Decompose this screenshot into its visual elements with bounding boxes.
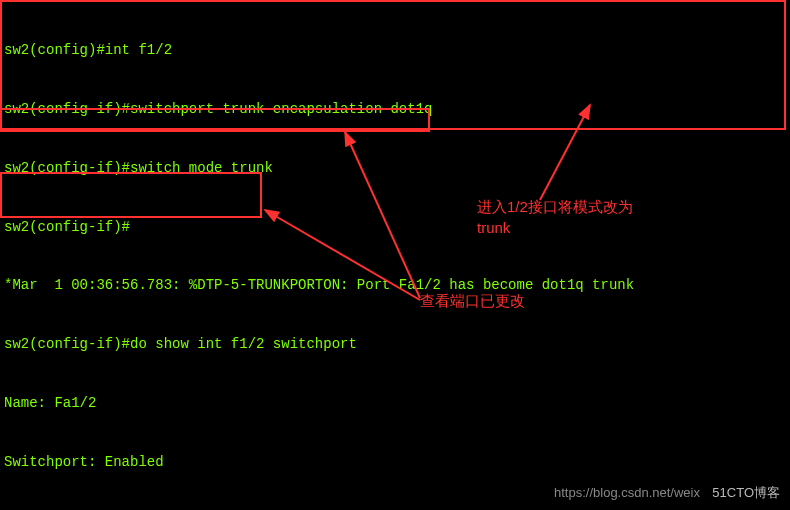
terminal-line: sw2(config-if)# <box>4 218 786 238</box>
terminal-output: sw2(config)#int f1/2 sw2(config-if)#swit… <box>0 0 790 510</box>
terminal-line: Name: Fa1/2 <box>4 394 786 414</box>
terminal-line: Switchport: Enabled <box>4 453 786 473</box>
annotation-enter-interface: 进入1/2接口将模式改为 trunk <box>477 196 633 238</box>
terminal-line: sw2(config-if)#switch mode trunk <box>4 159 786 179</box>
terminal-line: *Mar 1 00:36:56.783: %DTP-5-TRUNKPORTON:… <box>4 276 786 296</box>
watermark-csdn: https://blog.csdn.net/weix <box>554 484 700 502</box>
annotation-check-port: 查看端口已更改 <box>420 290 525 311</box>
terminal-line: sw2(config-if)#switchport trunk encapsul… <box>4 100 786 120</box>
terminal-line: sw2(config)#int f1/2 <box>4 41 786 61</box>
terminal-line: sw2(config-if)#do show int f1/2 switchpo… <box>4 335 786 355</box>
watermark-51cto: 51CTO博客 <box>712 484 780 502</box>
